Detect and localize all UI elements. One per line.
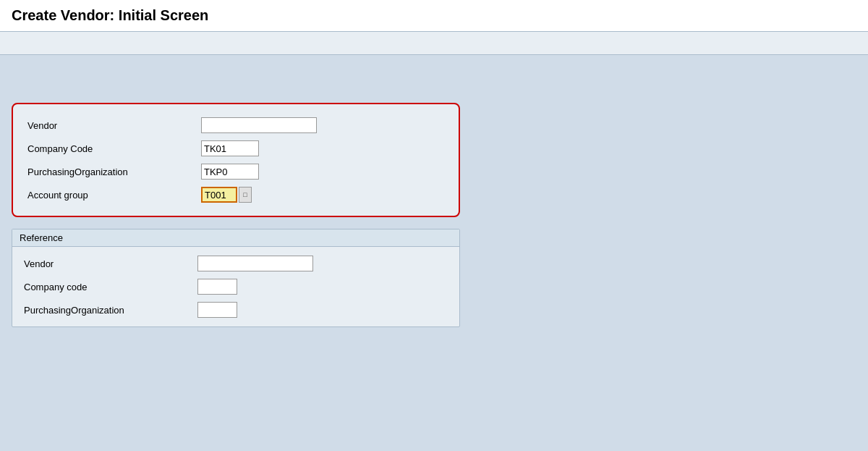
ref-vendor-label: Vendor [24,258,197,269]
main-container: Create Vendor: Initial Screen Vendor Com… [0,0,868,451]
account-group-label: Account group [27,190,201,201]
reference-body: Vendor Company code PurchasingOrganizati… [12,247,459,326]
account-group-input[interactable] [201,187,237,203]
account-group-input-group: □ [201,187,252,203]
toolbar [0,32,868,55]
purchasing-org-input[interactable] [201,164,259,180]
page-title: Create Vendor: Initial Screen [0,0,868,32]
ref-company-code-label: Company code [24,282,197,292]
account-group-row: Account group □ [27,185,444,204]
reference-header: Reference [12,229,459,247]
vendor-form-section: Vendor Company Code PurchasingOrganizati… [12,103,460,217]
ref-purchasing-org-input[interactable] [197,302,237,318]
vendor-label: Vendor [27,120,201,131]
company-code-label: Company Code [27,143,201,154]
ref-purchasing-org-row: PurchasingOrganization [24,300,448,319]
vendor-row: Vendor [27,116,444,135]
purchasing-org-label: PurchasingOrganization [27,167,201,177]
ref-vendor-input[interactable] [197,256,313,271]
top-spacer [12,69,856,91]
ref-company-code-row: Company code [24,277,448,296]
ref-purchasing-org-label: PurchasingOrganization [24,305,197,316]
vendor-input[interactable] [201,117,317,133]
purchasing-org-row: PurchasingOrganization [27,162,444,181]
company-code-input[interactable] [201,140,259,156]
company-code-row: Company Code [27,139,444,158]
ref-company-code-input[interactable] [197,279,237,295]
account-group-lookup-button[interactable]: □ [239,187,252,203]
reference-section: Reference Vendor Company code Purchasing… [12,229,460,327]
ref-vendor-row: Vendor [24,254,448,273]
content-area: Vendor Company Code PurchasingOrganizati… [0,55,868,451]
